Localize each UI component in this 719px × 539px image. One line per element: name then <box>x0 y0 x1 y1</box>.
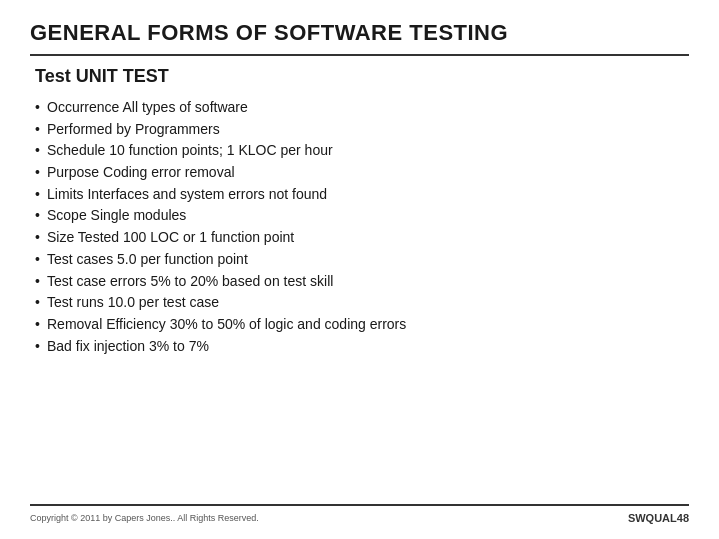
slide-subtitle: Test UNIT TEST <box>35 66 689 87</box>
slide-title: GENERAL FORMS OF SOFTWARE TESTING <box>30 20 689 46</box>
bullet-item-0: Occurrence All types of software <box>35 97 689 119</box>
bullet-item-5: Scope Single modules <box>35 205 689 227</box>
slide-footer: Copyright © 2011 by Capers Jones.. All R… <box>30 512 689 524</box>
bullet-item-7: Test cases 5.0 per function point <box>35 249 689 271</box>
footer-code: SWQUAL48 <box>628 512 689 524</box>
bullet-item-6: Size Tested 100 LOC or 1 function point <box>35 227 689 249</box>
slide-container: GENERAL FORMS OF SOFTWARE TESTING Test U… <box>0 0 719 539</box>
bullet-item-4: Limits Interfaces and system errors not … <box>35 184 689 206</box>
bullet-item-10: Removal Efficiency 30% to 50% of logic a… <box>35 314 689 336</box>
footer-copyright: Copyright © 2011 by Capers Jones.. All R… <box>30 513 259 523</box>
bullet-item-8: Test case errors 5% to 20% based on test… <box>35 271 689 293</box>
bullet-item-2: Schedule 10 function points; 1 KLOC per … <box>35 140 689 162</box>
top-divider <box>30 54 689 56</box>
bullet-list: Occurrence All types of softwarePerforme… <box>35 97 689 494</box>
bullet-item-9: Test runs 10.0 per test case <box>35 292 689 314</box>
bullet-item-1: Performed by Programmers <box>35 119 689 141</box>
bullet-item-3: Purpose Coding error removal <box>35 162 689 184</box>
bullet-item-11: Bad fix injection 3% to 7% <box>35 336 689 358</box>
bottom-divider <box>30 504 689 506</box>
